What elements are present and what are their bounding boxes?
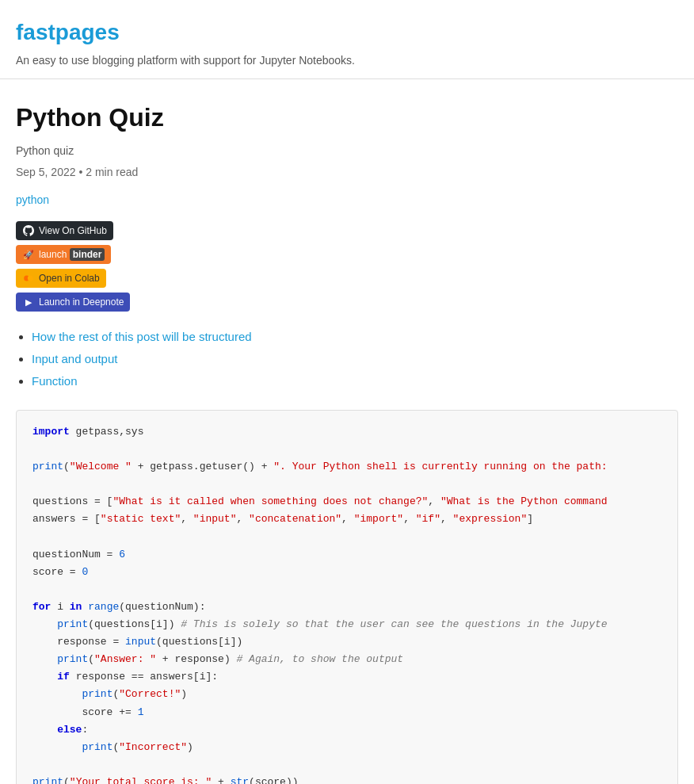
toc-item-1: How the rest of this post will be struct… — [32, 327, 678, 346]
post-tag[interactable]: python — [16, 192, 49, 208]
toc-link-1[interactable]: How the rest of this post will be struct… — [32, 330, 252, 343]
code-scroll-area[interactable]: import getpass,sys print("Welcome " + ge… — [17, 411, 677, 784]
colab-badge-label: Open in Colab — [39, 271, 100, 285]
binder-badge[interactable]: 🚀 launch binder — [16, 245, 111, 264]
post-meta: Sep 5, 2022 • 2 min read — [16, 164, 678, 181]
badges-container: View On GitHub 🚀 launch binder Open in C… — [16, 221, 678, 312]
code-block: import getpass,sys print("Welcome " + ge… — [32, 423, 662, 784]
toc-link-2[interactable]: Input and output — [32, 352, 117, 365]
toc-list: How the rest of this post will be struct… — [16, 327, 678, 391]
toc-item-2: Input and output — [32, 350, 678, 369]
post-title: Python Quiz — [16, 98, 678, 136]
post-subtitle: Python quiz — [16, 143, 678, 159]
site-description: An easy to use blogging platform with su… — [16, 52, 678, 69]
github-badge[interactable]: View On GitHub — [16, 221, 113, 240]
post-separator: • — [78, 166, 86, 178]
site-title[interactable]: fastpages — [16, 20, 120, 44]
post-date: Sep 5, 2022 — [16, 166, 76, 178]
colab-badge[interactable]: Open in Colab — [16, 269, 106, 288]
colab-icon — [22, 272, 35, 285]
toc-link-3[interactable]: Function — [32, 374, 78, 388]
code-block-wrapper: import getpass,sys print("Welcome " + ge… — [16, 410, 678, 784]
post-read-time: 2 min read — [86, 166, 138, 178]
toc-item-3: Function — [32, 372, 678, 391]
binder-icon: 🚀 — [22, 248, 35, 261]
github-icon — [22, 224, 35, 237]
svg-point-1 — [28, 276, 33, 281]
deepnote-badge-label: Launch in Deepnote — [39, 295, 124, 309]
binder-badge-label: launch binder — [39, 247, 105, 262]
github-badge-label: View On GitHub — [39, 224, 107, 238]
deepnote-icon: ▶ — [22, 296, 35, 308]
deepnote-badge[interactable]: ▶ Launch in Deepnote — [16, 293, 130, 312]
